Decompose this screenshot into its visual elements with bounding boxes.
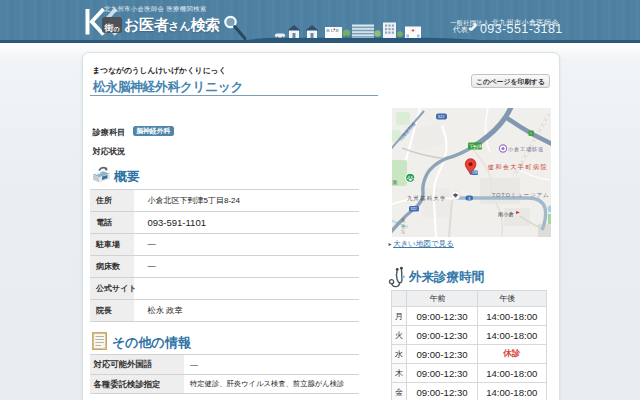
svg-text:黄: 黄 [401,218,406,223]
svg-text:南小倉: 南小倉 [498,211,514,218]
svg-text:下到津: 下到津 [468,143,482,148]
svg-text:金: 金 [401,223,406,228]
svg-text:小倉工場鉄道: 小倉工場鉄道 [507,146,544,153]
svg-text:↑: ↑ [529,130,531,135]
svg-text:園: 園 [392,180,397,185]
svg-text:な: な [401,229,406,234]
svg-text:TOTOミュージアム: TOTOミュージアム [492,192,550,198]
svg-text:健和会大手町病院: 健和会大手町病院 [487,163,548,171]
svg-text:322: 322 [437,114,444,119]
svg-text:九州歯科大学: 九州歯科大学 [407,195,447,201]
svg-text:199: 199 [472,171,478,175]
svg-text:322: 322 [410,207,416,211]
